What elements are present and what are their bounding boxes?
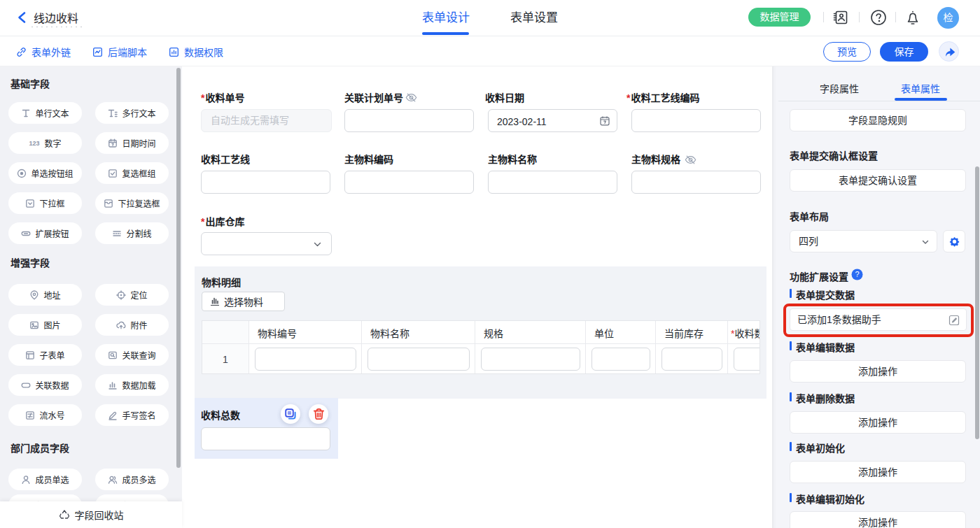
svg-text:?: ?	[855, 270, 859, 278]
